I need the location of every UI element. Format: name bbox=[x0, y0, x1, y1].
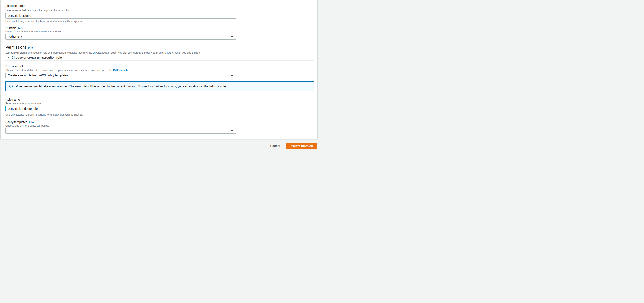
role-name-field: Role name Enter a name for your new role… bbox=[6, 98, 313, 116]
runtime-description: Choose the language to use to write your… bbox=[6, 30, 313, 33]
execution-role-selected-value: Create a new role from AWS policy templa… bbox=[8, 74, 68, 77]
execution-role-description-period: . bbox=[128, 69, 129, 72]
role-name-description: Enter a name for your new role. bbox=[6, 102, 313, 105]
role-name-constraint: Use only letters, numbers, hyphens, or u… bbox=[6, 113, 313, 116]
runtime-label: Runtime bbox=[6, 26, 16, 30]
runtime-select[interactable]: Python 3.7 bbox=[6, 34, 236, 40]
runtime-info-link[interactable]: Info bbox=[18, 27, 23, 30]
info-circle-icon bbox=[9, 85, 13, 88]
caret-down-icon bbox=[8, 57, 9, 58]
cancel-button[interactable]: Cancel bbox=[270, 143, 280, 149]
function-name-field: Function name Enter a name that describe… bbox=[6, 4, 313, 23]
execution-role-expander[interactable]: Choose or create an execution role bbox=[6, 56, 313, 59]
create-function-form-card: Function name Enter a name that describe… bbox=[0, 0, 318, 139]
permissions-heading: Permissions bbox=[6, 45, 26, 50]
role-name-label: Role name bbox=[6, 98, 313, 102]
policy-templates-description: Choose one or more policy templates. bbox=[6, 124, 313, 127]
function-name-constraint: Use only letters, numbers, hyphens, or u… bbox=[6, 20, 313, 23]
policy-templates-info-link[interactable]: Info bbox=[29, 121, 34, 124]
execution-role-field: Execution role Choose a role that define… bbox=[6, 65, 313, 78]
policy-templates-label: Policy templates bbox=[6, 120, 27, 124]
section-divider bbox=[6, 61, 314, 61]
function-name-description: Enter a name that describes the purpose … bbox=[6, 9, 313, 12]
function-name-label: Function name bbox=[6, 4, 313, 8]
create-function-button[interactable]: Create function bbox=[286, 143, 318, 149]
execution-role-select[interactable]: Create a new role from AWS policy templa… bbox=[6, 73, 236, 78]
iam-console-link[interactable]: IAM console bbox=[113, 69, 128, 72]
role-creation-alert-text: Role creation might take a few minutes. … bbox=[16, 85, 227, 88]
caret-down-icon bbox=[231, 75, 233, 76]
runtime-field: Runtime Info Choose the language to use … bbox=[6, 26, 313, 40]
caret-down-icon bbox=[231, 36, 233, 38]
permissions-info-link[interactable]: Info bbox=[28, 46, 33, 49]
role-name-input[interactable] bbox=[6, 106, 236, 112]
function-name-input[interactable] bbox=[6, 13, 236, 19]
permissions-description: Lambda will create an execution role wit… bbox=[6, 51, 313, 55]
policy-templates-field: Policy templates Info Choose one or more… bbox=[6, 120, 313, 134]
execution-role-expander-label: Choose or create an execution role bbox=[12, 56, 62, 59]
policy-templates-select[interactable] bbox=[6, 128, 236, 134]
execution-role-description-text: Choose a role that defines the permissio… bbox=[6, 69, 113, 72]
caret-down-icon bbox=[231, 130, 233, 132]
execution-role-label: Execution role bbox=[6, 65, 313, 68]
permissions-section: Permissions Info Lambda will create an e… bbox=[6, 45, 313, 61]
runtime-selected-value: Python 3.7 bbox=[8, 35, 22, 38]
role-creation-info-alert: Role creation might take a few minutes. … bbox=[6, 81, 314, 92]
form-actions: Cancel Create function bbox=[270, 143, 318, 149]
execution-role-description: Choose a role that defines the permissio… bbox=[6, 69, 313, 72]
